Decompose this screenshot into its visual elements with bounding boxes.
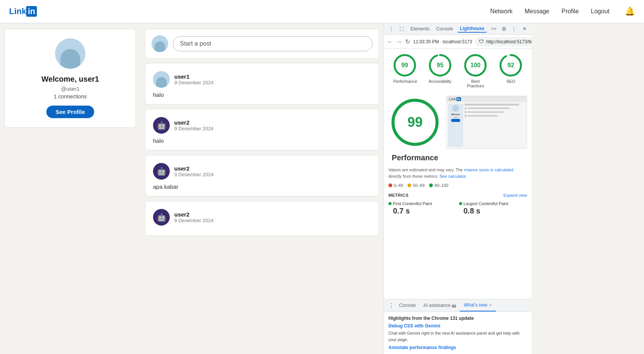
devtools-url-bar: 🛡 http://localhost:5173/feed ⋮: [475, 37, 532, 46]
score-circle-performance: 99: [393, 53, 417, 77]
post-date: 9 Desember 2024: [174, 80, 213, 85]
devtools-tab-more[interactable]: >>: [489, 25, 499, 32]
post-content: halo: [153, 92, 371, 98]
score-label-performance: Performance: [393, 79, 416, 84]
screenshot-preview: Linkin Welcome, user1: [446, 96, 527, 149]
big-score-value: 99: [407, 114, 423, 130]
see-profile-button[interactable]: See Profile: [46, 106, 94, 118]
devtools-inspect-icon[interactable]: ⬚: [398, 25, 406, 33]
metric-dot-lcp: [459, 202, 462, 205]
score-circle-best-practices: 100: [463, 53, 488, 77]
post-header: user1 9 Desember 2024: [153, 71, 371, 88]
post-date: 9 Desember 2024: [174, 218, 213, 223]
logo[interactable]: Linkin: [9, 6, 37, 17]
avatar-body: [60, 49, 80, 69]
metrics-grid: First Contentful Paint 0.7 s Largest Con…: [388, 201, 527, 215]
whatsnew-section1-text: Chat with Gemini right in the new AI ass…: [388, 330, 527, 343]
score-label-seo: SEO: [507, 79, 515, 84]
post-avatar: 🤖: [153, 163, 170, 180]
score-best-practices: 100 Best Practices: [463, 53, 488, 88]
start-post-input[interactable]: Start a post: [173, 36, 373, 51]
dt-refresh-icon[interactable]: ↻: [405, 38, 410, 45]
nav-links: Network Message Profile Logout 🔔: [490, 6, 635, 16]
post-date: 9 Desember 2024: [174, 126, 213, 131]
welcome-text: Welcome, user1: [41, 75, 99, 84]
legend-orange: 50–89: [407, 183, 425, 188]
post-header: 🤖 user2 9 Desember 2024: [153, 163, 371, 180]
connections-text: 1 connections: [54, 93, 87, 100]
score-performance: 99 Performance: [393, 53, 417, 88]
devtools-tab-console[interactable]: Console: [434, 25, 455, 32]
nav-message[interactable]: Message: [525, 8, 549, 15]
metric-lcp: Largest Contentful Paint 0.8 s: [459, 201, 527, 215]
current-user-avatar: [152, 35, 168, 52]
bottom-tab-whatsnew[interactable]: What's new ✕: [460, 299, 496, 311]
see-calculator-link[interactable]: See calculator.: [439, 174, 467, 179]
metrics-label: METRICS: [388, 193, 409, 198]
legend-green: 90–100: [429, 183, 448, 188]
performance-score-link[interactable]: rmance score is calculated: [464, 168, 513, 172]
devtools-dots-icon[interactable]: ⋮: [510, 25, 518, 33]
metric-dot-fcp: [388, 202, 391, 205]
devtools-panel: ⋮ ⬚ Elements Console Lighthouse >> ⚙ ⋮ ✕…: [384, 23, 532, 354]
devtools-close-icon[interactable]: ✕: [520, 25, 529, 33]
score-accessibility: 95 Accessibility: [428, 53, 452, 88]
main-layout: Welcome, user1 @user1 1 connections See …: [0, 23, 644, 354]
logo-link-text: Link: [9, 6, 26, 16]
score-circle-seo: 92: [499, 53, 523, 77]
score-seo: 92 SEO: [499, 53, 523, 88]
devtools-tab-elements[interactable]: Elements: [408, 25, 432, 32]
annotate-performance-link[interactable]: Annotate performance findings: [388, 345, 527, 350]
whatsnew-section1-title[interactable]: Debug CSS with Gemini: [388, 323, 527, 329]
values-note: Values are estimated and may vary. The r…: [388, 167, 527, 179]
devtools-gear-icon[interactable]: ⚙: [502, 26, 507, 32]
bottom-tab-console[interactable]: Console: [395, 299, 420, 311]
dt-forward-icon[interactable]: →: [396, 38, 402, 45]
dt-url-text: http://localhost:5173/feed: [486, 39, 532, 44]
dt-back-icon[interactable]: ←: [387, 38, 393, 45]
post-avatar: [153, 71, 170, 88]
feed: Start a post user1 9 Desember 2024 halo …: [140, 23, 384, 354]
big-perf-left: 99 Performance: [388, 96, 442, 162]
post-content: halo: [153, 137, 371, 144]
metrics-header: METRICS Expand view: [388, 193, 527, 198]
nav-logout[interactable]: Logout: [591, 8, 609, 15]
devtools-toolbar: ⋮ ⬚ Elements Console Lighthouse >> ⚙ ⋮ ✕: [384, 23, 532, 35]
post-card: 🤖 user2 9 Desember 2024: [145, 201, 379, 236]
post-avatar: 🤖: [153, 209, 170, 226]
post-username: user2: [174, 165, 213, 172]
bottom-dots-icon[interactable]: ⋮: [387, 301, 395, 310]
post-header: 🤖 user2 9 Desember 2024: [153, 209, 371, 226]
logo-box-text: in: [26, 6, 37, 17]
devtools-bottom: ⋮ Console AI assistance 🤖 What's new ✕ H…: [384, 299, 532, 354]
nav-network[interactable]: Network: [490, 8, 513, 15]
bottom-tab-ai[interactable]: AI assistance 🤖: [420, 299, 460, 311]
whatsnew-title: Highlights from the Chrome 131 update: [388, 316, 527, 321]
post-avatar: 🤖: [153, 117, 170, 134]
post-username: user2: [174, 119, 213, 126]
score-value-seo: 92: [507, 62, 514, 69]
username-text: @user1: [61, 86, 79, 92]
post-card: user1 9 Desember 2024 halo: [145, 63, 379, 104]
score-value-accessibility: 95: [437, 62, 444, 69]
expand-view-button[interactable]: Expand view: [504, 193, 527, 198]
post-card: 🤖 user2 9 Desember 2024 apa kabar: [145, 155, 379, 196]
score-circle-accessibility: 95: [428, 53, 452, 77]
whatsnew-panel: Highlights from the Chrome 131 update De…: [384, 311, 532, 354]
devtools-tab-lighthouse[interactable]: Lighthouse: [458, 25, 487, 33]
lighthouse-content: 99 Performance 95 Accessibility: [384, 49, 532, 299]
whatsnew-close-icon[interactable]: ✕: [489, 303, 492, 308]
post-username: user1: [174, 73, 213, 80]
left-sidebar: Welcome, user1 @user1 1 connections See …: [0, 23, 140, 354]
big-perf-section: 99 Performance Linkin Welcome, user1: [388, 96, 527, 162]
devtools-address-bar: ← → ↻ 11:03:35 PM · localhost:5173 🛡 htt…: [384, 35, 532, 49]
metric-name-fcp: First Contentful Paint: [393, 201, 432, 206]
bell-icon[interactable]: 🔔: [625, 6, 635, 16]
nav-profile[interactable]: Profile: [562, 8, 579, 15]
navbar: Linkin Network Message Profile Logout 🔔: [0, 0, 644, 23]
devtools-menu-icon[interactable]: ⋮: [387, 25, 395, 33]
post-username: user2: [174, 211, 213, 218]
post-content: apa kabar: [153, 183, 371, 190]
post-input-card: Start a post: [145, 29, 379, 58]
score-label-accessibility: Accessibility: [429, 79, 451, 84]
